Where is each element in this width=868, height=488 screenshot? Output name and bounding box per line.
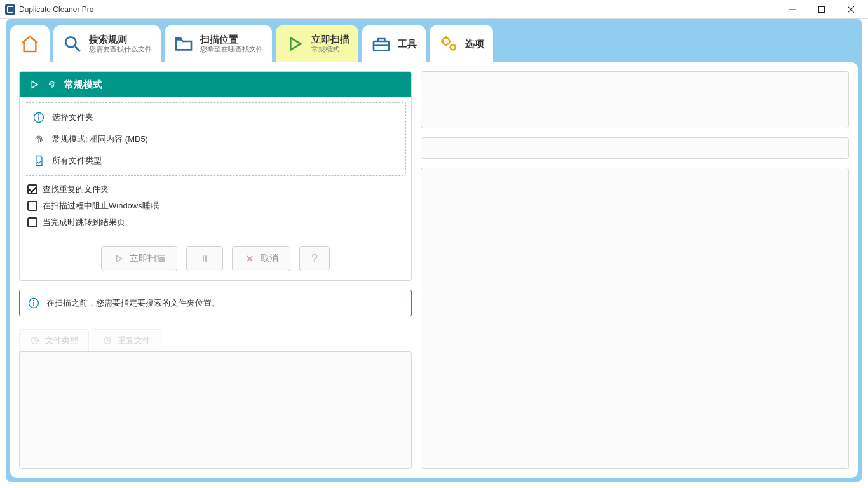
mode-header: 常规模式 [20, 72, 411, 97]
right-column [421, 71, 849, 469]
alert-specify-folder: 在扫描之前，您需要指定要搜索的文件夹位置。 [19, 290, 412, 316]
check-label: 在扫描过程中阻止Windows睡眠 [43, 200, 159, 212]
svg-point-8 [443, 38, 450, 45]
scan-now-button[interactable]: 立即扫描 [101, 246, 177, 271]
pause-icon [199, 253, 210, 264]
svg-line-5 [75, 46, 80, 51]
mode-body: 选择文件夹 常规模式: 相同内容 (MD5) 所有文件类型 [20, 97, 411, 280]
mode-header-label: 常规模式 [64, 79, 102, 91]
search-icon [62, 34, 83, 54]
tab-scan-location[interactable]: 扫描位置 您希望在哪查找文件 [165, 25, 272, 62]
info-icon [32, 111, 46, 125]
app-frame: 搜索规则 您需要查找什么文件 扫描位置 您希望在哪查找文件 立即扫描 常规模式 [6, 19, 862, 482]
right-panel-2 [421, 137, 849, 159]
tab-duplicate-files[interactable]: 重复文件 [92, 329, 161, 352]
check-prevent-windows-sleep[interactable]: 在扫描过程中阻止Windows睡眠 [25, 198, 406, 214]
checkbox-icon [27, 184, 37, 194]
tab-subtitle: 您希望在哪查找文件 [200, 45, 263, 53]
action-buttons: 立即扫描 取消 ? [25, 246, 406, 271]
button-label: 立即扫描 [130, 253, 165, 264]
checkbox-icon [27, 201, 37, 211]
fingerprint-icon [32, 132, 46, 146]
summary-text: 常规模式: 相同内容 (MD5) [52, 133, 148, 145]
tab-subtitle: 您需要查找什么文件 [89, 45, 152, 53]
folder-icon [173, 34, 194, 54]
play-icon [29, 79, 40, 90]
tab-label: 工具 [398, 39, 417, 50]
check-label: 查找重复的文件夹 [43, 184, 109, 195]
tab-home[interactable] [10, 25, 50, 62]
play-icon [113, 253, 125, 264]
summary-file-types: 所有文件类型 [29, 150, 402, 172]
toolbox-icon [371, 34, 391, 54]
pause-button[interactable] [186, 246, 223, 271]
summary-mode: 常规模式: 相同内容 (MD5) [29, 128, 402, 150]
home-icon [20, 34, 40, 54]
right-panel-3 [421, 168, 849, 469]
tab-label: 立即扫描 常规模式 [311, 34, 349, 53]
button-label: 取消 [261, 253, 278, 264]
tab-options[interactable]: 选项 [430, 25, 493, 62]
app-title: Duplicate Cleaner Pro [19, 5, 93, 14]
result-tabs: 文件类型 重复文件 [19, 329, 412, 352]
mode-summary-box: 选择文件夹 常规模式: 相同内容 (MD5) 所有文件类型 [25, 102, 406, 176]
help-button[interactable]: ? [299, 246, 330, 271]
cancel-button[interactable]: 取消 [232, 246, 290, 271]
content-area: 常规模式 选择文件夹 常规模式: 相同内容 (MD5) [10, 62, 858, 478]
svg-rect-1 [819, 6, 825, 12]
app-icon [5, 4, 15, 15]
result-canvas [19, 351, 412, 469]
mode-card: 常规模式 选择文件夹 常规模式: 相同内容 (MD5) [19, 71, 412, 281]
tab-title: 选项 [465, 39, 484, 50]
close-icon [244, 253, 255, 264]
gears-icon [438, 34, 459, 54]
svg-point-4 [65, 37, 76, 47]
question-icon: ? [311, 252, 318, 266]
left-column: 常规模式 选择文件夹 常规模式: 相同内容 (MD5) [19, 71, 412, 469]
tab-title: 搜索规则 [89, 34, 152, 45]
tab-subtitle: 常规模式 [311, 45, 349, 53]
minimize-button[interactable] [778, 0, 807, 19]
svg-point-9 [451, 44, 456, 50]
check-jump-to-results[interactable]: 当完成时跳转到结果页 [25, 214, 406, 231]
svg-point-16 [38, 114, 39, 116]
piechart-icon [30, 336, 40, 346]
tabstrip: 搜索规则 您需要查找什么文件 扫描位置 您希望在哪查找文件 立即扫描 常规模式 [6, 19, 862, 62]
right-panel-1 [421, 71, 849, 128]
tab-file-types[interactable]: 文件类型 [19, 329, 89, 352]
tab-tools[interactable]: 工具 [362, 25, 426, 62]
summary-text: 选择文件夹 [52, 112, 93, 123]
summary-select-folder: 选择文件夹 [29, 107, 402, 128]
close-button[interactable] [836, 0, 865, 19]
checkbox-icon [27, 217, 37, 227]
window-controls [778, 0, 865, 19]
tab-search-rules[interactable]: 搜索规则 您需要查找什么文件 [53, 25, 161, 62]
play-icon [285, 34, 305, 54]
piechart-icon [102, 336, 112, 346]
maximize-button[interactable] [807, 0, 836, 19]
info-icon [27, 297, 40, 309]
tab-scan-now[interactable]: 立即扫描 常规模式 [276, 25, 358, 62]
check-label: 当完成时跳转到结果页 [43, 217, 125, 228]
tab-title: 立即扫描 [311, 34, 349, 45]
fingerprint-icon [46, 79, 58, 90]
check-find-duplicate-folders[interactable]: 查找重复的文件夹 [25, 181, 406, 198]
tab-label: 搜索规则 您需要查找什么文件 [89, 34, 152, 53]
file-filter-icon [32, 154, 46, 168]
tab-label: 选项 [465, 39, 484, 50]
summary-text: 所有文件类型 [52, 155, 102, 166]
svg-point-23 [33, 300, 34, 301]
tab-label: 重复文件 [118, 335, 151, 346]
tab-label: 扫描位置 您希望在哪查找文件 [200, 34, 263, 53]
tab-title: 工具 [398, 39, 417, 50]
tab-title: 扫描位置 [200, 34, 263, 45]
tab-label: 文件类型 [45, 335, 78, 346]
alert-text: 在扫描之前，您需要指定要搜索的文件夹位置。 [46, 297, 220, 309]
titlebar: Duplicate Cleaner Pro [0, 0, 868, 19]
